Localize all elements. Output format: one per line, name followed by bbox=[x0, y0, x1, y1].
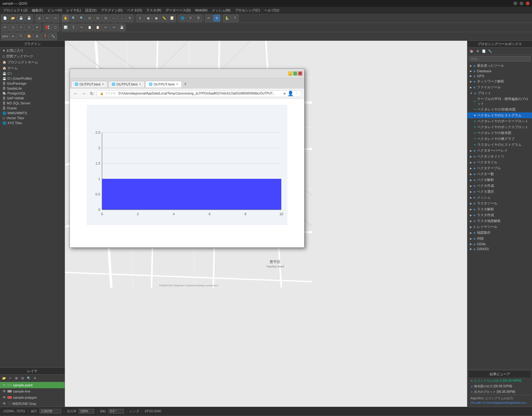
filter-layers-button[interactable]: 🔍 bbox=[26, 376, 32, 381]
tree-item-histogram[interactable]: ✦ ベクタレイヤのヒストグラム bbox=[467, 112, 532, 118]
tree-item-3d-scatter[interactable]: ✦ ベクタレイヤの3D散布図 bbox=[467, 107, 532, 112]
nav-reload-button[interactable]: ↻ bbox=[88, 90, 95, 97]
tree-item-vector-overlay[interactable]: ▶ ◈ ベクタオーバーレイ bbox=[467, 148, 532, 153]
add-raster-button[interactable]: R bbox=[195, 15, 202, 22]
browser-item-home[interactable]: 🏠 ホーム bbox=[0, 65, 65, 71]
collapse-all-button[interactable]: ⊟ bbox=[20, 376, 25, 381]
menu-processing[interactable]: プロセシング(C) bbox=[233, 7, 262, 13]
tree-item-raster-terrain[interactable]: ▶ ◈ ラスタ地形解析 bbox=[467, 218, 532, 224]
menu-edit[interactable]: 編集(E) bbox=[30, 7, 45, 13]
tree-item-mean-stddev-plot[interactable]: ✦ テーブルの平均・標準偏差のプロット bbox=[467, 96, 532, 107]
measure-button[interactable]: 📏 bbox=[160, 15, 168, 22]
digitize2-button[interactable]: ✏ bbox=[9, 33, 17, 40]
menu-settings[interactable]: 設定(S) bbox=[83, 7, 99, 13]
open-project-button[interactable]: 📂 bbox=[9, 15, 17, 22]
add-vector-button[interactable]: V bbox=[187, 15, 194, 22]
toolbox-btn-3[interactable]: 📄 bbox=[481, 48, 487, 54]
snap-button[interactable]: 🧲 bbox=[44, 24, 51, 31]
tree-item-box-plot[interactable]: ✦ ベクタレイヤのボックスプロット bbox=[467, 124, 532, 130]
popup-minimize-button[interactable]: _ bbox=[288, 71, 292, 76]
tree-item-vector-creation[interactable]: ▶ ◈ ベクタ作成 bbox=[467, 183, 532, 189]
browser-item-oracle[interactable]: 🗄 Oracle bbox=[0, 106, 65, 111]
tools-button[interactable]: 🔧 bbox=[49, 33, 57, 40]
delete-feature-button[interactable]: ✕ bbox=[33, 24, 41, 31]
search-input[interactable] bbox=[469, 56, 531, 61]
tree-item-database[interactable]: ▶ ◈ Database bbox=[467, 69, 532, 74]
tree-item-plots[interactable]: ▼ ◈ プロット bbox=[467, 90, 532, 96]
browser-item-geopackage[interactable]: 🗄 GeoPackage bbox=[0, 81, 65, 86]
expand-all-button[interactable]: ⊞ bbox=[14, 376, 19, 381]
browser-item-d-drive[interactable]: 💾 D:\ (UserProfile) bbox=[0, 76, 65, 81]
layer-item-sample-point[interactable]: 👁 sample-point bbox=[0, 382, 65, 388]
add-tab-button[interactable]: + bbox=[182, 81, 189, 87]
layer-item-sample-polygon[interactable]: 👁 sample-polygon bbox=[0, 394, 65, 401]
tree-item-network[interactable]: ▶ ◈ ネットワーク解析 bbox=[467, 78, 532, 84]
identify-button[interactable]: ℹ bbox=[136, 15, 144, 22]
tree-item-vector-selection[interactable]: ▶ ◈ ベクタ選択 bbox=[467, 189, 532, 195]
browser-item-c-drive[interactable]: 💾 C:\ bbox=[0, 71, 65, 76]
popup-maximize-button[interactable]: □ bbox=[293, 71, 297, 76]
menu-vector[interactable]: ベクタ(O) bbox=[125, 7, 144, 13]
zoom-previous-button[interactable]: ← bbox=[110, 15, 117, 22]
browser-item-favorites[interactable]: ★ お気に入り bbox=[0, 48, 65, 53]
browser-item-bookmarks[interactable]: ◻ 空間ブックマーク bbox=[0, 53, 65, 59]
add-wms-button[interactable]: 🌐 bbox=[179, 15, 186, 22]
tree-item-scatter[interactable]: ✦ ベクタレイヤの散布図 bbox=[467, 130, 532, 136]
layer-item-sample-line[interactable]: 👁 sample-line bbox=[0, 388, 65, 394]
popup-tab-1[interactable]: 🌐 OUTPUT.html ✕ bbox=[71, 81, 108, 87]
nav-back-button[interactable]: ← bbox=[72, 90, 79, 97]
browser-item-postgresql[interactable]: 🐘 PostgreSQL bbox=[0, 91, 65, 96]
topol-button[interactable]: ⬡ bbox=[52, 24, 59, 31]
style-button[interactable]: 🎨 bbox=[25, 33, 33, 40]
edit-button[interactable]: ✏ bbox=[1, 24, 9, 31]
browser-item-sap-hana[interactable]: 🗄 SAP HANA bbox=[0, 96, 65, 101]
annotation-button[interactable]: 📝 bbox=[168, 15, 176, 22]
browser-item-xyz-tiles[interactable]: 🌐 XYZ Tiles bbox=[0, 120, 65, 125]
processing-button[interactable]: ⚙ bbox=[213, 15, 220, 22]
tab-close-3[interactable]: ✕ bbox=[176, 82, 178, 86]
redo-edit-button[interactable]: ↪ bbox=[110, 24, 117, 31]
gps-button[interactable]: GPS bbox=[1, 33, 9, 40]
tree-item-bar-chart[interactable]: ✦ ベクタレイヤの棒グラフ bbox=[467, 136, 532, 142]
refresh-button[interactable]: ↻ bbox=[126, 15, 134, 22]
tree-item-raster-tools[interactable]: ▶ ◈ ラスタツール bbox=[467, 200, 532, 206]
nav-forward-button[interactable]: → bbox=[80, 90, 87, 97]
browser-item-project-home[interactable]: 🏠 プロジェクトホーム bbox=[0, 59, 65, 65]
menu-layer[interactable]: レイヤ(L) bbox=[65, 7, 83, 13]
maximize-button[interactable] bbox=[520, 2, 523, 5]
browser-item-mssql[interactable]: 🗄 MS SQL Server bbox=[0, 101, 65, 106]
tree-item-recent[interactable]: ▶ ◈ 最近使ったツール bbox=[467, 63, 532, 69]
browser-item-wms[interactable]: 🌐 WMS/WMTS bbox=[0, 111, 65, 116]
paste-button[interactable]: 📋 bbox=[94, 24, 101, 31]
zoom-layer-button[interactable]: ⊡ bbox=[94, 15, 101, 22]
menu-raster[interactable]: ラスタ(R) bbox=[144, 7, 163, 13]
add-group-button[interactable]: + bbox=[7, 376, 13, 381]
popup-tab-2[interactable]: 🌐 OUTPUT.html ✕ bbox=[108, 81, 145, 87]
menu-mesh[interactable]: メッシュ(M) bbox=[210, 7, 232, 13]
tree-item-raster-analysis[interactable]: ▶ ◈ ラスタ解析 bbox=[467, 206, 532, 212]
result-item-plot[interactable]: ✦ 出力のプロット [06:38:36PM] bbox=[469, 389, 531, 395]
zoom-selection-button[interactable]: ⊡ bbox=[102, 15, 109, 22]
tree-item-gdal[interactable]: ▶ ◈ GDAL bbox=[467, 242, 532, 246]
minimize-button[interactable] bbox=[513, 2, 517, 5]
popup-tab-3[interactable]: 🌐 OUTPUT.html ✕ bbox=[145, 81, 182, 87]
field-calc-button[interactable]: Σ bbox=[70, 24, 77, 31]
tab-close-2[interactable]: ✕ bbox=[139, 82, 141, 86]
add-feature-button[interactable]: + bbox=[17, 24, 25, 31]
save-edit-button[interactable]: 💾 bbox=[118, 24, 126, 31]
tree-item-inland[interactable]: ▶ ◈ 内陸 bbox=[467, 236, 532, 242]
browser-item-vector-tiles[interactable]: ⬡ Vector Tiles bbox=[0, 116, 65, 120]
select-rect-button[interactable]: ▣ bbox=[152, 15, 160, 22]
zoom-next-button[interactable]: → bbox=[118, 15, 126, 22]
menu-plugins[interactable]: プラグイン(D) bbox=[99, 7, 124, 13]
tree-item-vector-analysis[interactable]: ▶ ◈ ベクタ解析 bbox=[467, 177, 532, 183]
help-button[interactable]: ? bbox=[231, 15, 239, 22]
tree-item-polar-plot[interactable]: ✦ ベクタレイヤのポーラープロット bbox=[467, 118, 532, 124]
tree-item-vector-tiles[interactable]: ▶ ◈ ベクタタイル bbox=[467, 159, 532, 165]
layer-item-mierune-gray[interactable]: 👁 ⬛ MIERUNE Gray bbox=[0, 401, 65, 407]
snap2-button[interactable]: 📍 bbox=[41, 33, 49, 40]
address-bar[interactable]: 🔒 ファイル D:/Users/dayjournal/AppData/Local… bbox=[96, 90, 302, 97]
menu-dots-icon[interactable]: ⋮ bbox=[295, 91, 298, 95]
select-button[interactable]: ▣ bbox=[144, 15, 152, 22]
copy-button[interactable]: 📋 bbox=[86, 24, 93, 31]
